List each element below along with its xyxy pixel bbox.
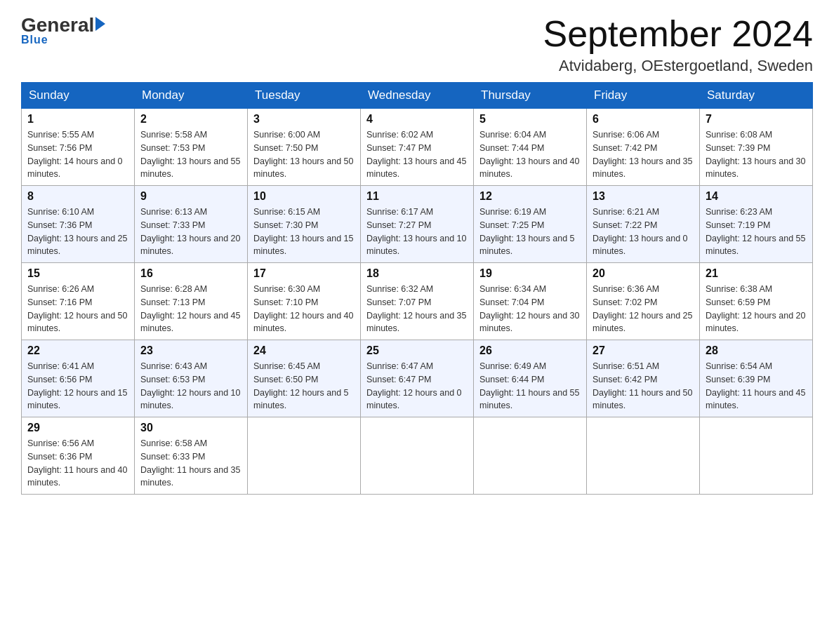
- calendar-cell: 24Sunrise: 6:45 AMSunset: 6:50 PMDayligh…: [248, 340, 361, 417]
- day-number: 10: [253, 190, 355, 203]
- day-info: Sunrise: 6:36 AMSunset: 7:02 PMDaylight:…: [593, 283, 694, 335]
- day-number: 21: [706, 267, 807, 280]
- calendar-cell: 9Sunrise: 6:13 AMSunset: 7:33 PMDaylight…: [135, 186, 248, 263]
- location-title: Atvidaberg, OEstergoetland, Sweden: [543, 57, 814, 75]
- col-friday: Friday: [587, 83, 700, 109]
- day-info: Sunrise: 6:02 AMSunset: 7:47 PMDaylight:…: [366, 128, 468, 181]
- day-number: 22: [27, 344, 128, 357]
- calendar-cell: 21Sunrise: 6:38 AMSunset: 6:59 PMDayligh…: [700, 263, 813, 340]
- day-info: Sunrise: 6:13 AMSunset: 7:33 PMDaylight:…: [140, 206, 241, 258]
- month-title: September 2024: [543, 14, 814, 54]
- day-number: 8: [27, 190, 128, 203]
- col-monday: Monday: [135, 83, 248, 109]
- day-info: Sunrise: 6:51 AMSunset: 6:42 PMDaylight:…: [593, 360, 694, 412]
- calendar-cell: 5Sunrise: 6:04 AMSunset: 7:44 PMDaylight…: [474, 109, 587, 186]
- week-row-3: 15Sunrise: 6:26 AMSunset: 7:16 PMDayligh…: [22, 263, 813, 340]
- calendar-cell: 20Sunrise: 6:36 AMSunset: 7:02 PMDayligh…: [587, 263, 700, 340]
- calendar-cell: 19Sunrise: 6:34 AMSunset: 7:04 PMDayligh…: [474, 263, 587, 340]
- day-info: Sunrise: 5:55 AMSunset: 7:56 PMDaylight:…: [27, 128, 128, 181]
- calendar-cell: 1Sunrise: 5:55 AMSunset: 7:56 PMDaylight…: [22, 109, 135, 186]
- day-info: Sunrise: 6:32 AMSunset: 7:07 PMDaylight:…: [366, 283, 468, 335]
- logo-blue-underline: Blue: [21, 34, 48, 46]
- calendar-cell: 25Sunrise: 6:47 AMSunset: 6:47 PMDayligh…: [361, 340, 474, 417]
- day-number: 4: [366, 113, 468, 126]
- day-number: 29: [27, 422, 128, 434]
- calendar-cell: 11Sunrise: 6:17 AMSunset: 7:27 PMDayligh…: [361, 186, 474, 263]
- day-number: 13: [593, 190, 694, 203]
- calendar-cell: 8Sunrise: 6:10 AMSunset: 7:36 PMDaylight…: [22, 186, 135, 263]
- day-info: Sunrise: 6:41 AMSunset: 6:56 PMDaylight:…: [27, 360, 128, 412]
- day-info: Sunrise: 6:38 AMSunset: 6:59 PMDaylight:…: [706, 283, 807, 335]
- calendar-cell: 2Sunrise: 5:58 AMSunset: 7:53 PMDaylight…: [135, 109, 248, 186]
- day-number: 17: [253, 267, 355, 280]
- calendar-cell: 17Sunrise: 6:30 AMSunset: 7:10 PMDayligh…: [248, 263, 361, 340]
- day-info: Sunrise: 6:54 AMSunset: 6:39 PMDaylight:…: [706, 360, 807, 412]
- calendar-cell: 3Sunrise: 6:00 AMSunset: 7:50 PMDaylight…: [248, 109, 361, 186]
- day-info: Sunrise: 6:30 AMSunset: 7:10 PMDaylight:…: [253, 283, 355, 335]
- col-wednesday: Wednesday: [361, 83, 474, 109]
- day-number: 12: [479, 190, 581, 203]
- calendar-cell: 23Sunrise: 6:43 AMSunset: 6:53 PMDayligh…: [135, 340, 248, 417]
- calendar-table: Sunday Monday Tuesday Wednesday Thursday…: [21, 82, 813, 495]
- calendar-cell: 6Sunrise: 6:06 AMSunset: 7:42 PMDaylight…: [587, 109, 700, 186]
- calendar-cell: 28Sunrise: 6:54 AMSunset: 6:39 PMDayligh…: [700, 340, 813, 417]
- calendar-cell: 29Sunrise: 6:56 AMSunset: 6:36 PMDayligh…: [22, 417, 135, 495]
- day-number: 28: [706, 344, 807, 357]
- logo-triangle-icon: [95, 17, 105, 31]
- calendar-cell: 10Sunrise: 6:15 AMSunset: 7:30 PMDayligh…: [248, 186, 361, 263]
- day-number: 25: [366, 344, 468, 357]
- day-number: 19: [479, 267, 581, 280]
- day-info: Sunrise: 5:58 AMSunset: 7:53 PMDaylight:…: [140, 128, 241, 181]
- day-number: 6: [593, 113, 694, 126]
- day-info: Sunrise: 6:23 AMSunset: 7:19 PMDaylight:…: [706, 206, 807, 258]
- day-number: 1: [27, 113, 128, 126]
- week-row-2: 8Sunrise: 6:10 AMSunset: 7:36 PMDaylight…: [22, 186, 813, 263]
- calendar-cell: 15Sunrise: 6:26 AMSunset: 7:16 PMDayligh…: [22, 263, 135, 340]
- calendar-cell: 12Sunrise: 6:19 AMSunset: 7:25 PMDayligh…: [474, 186, 587, 263]
- day-number: 2: [140, 113, 241, 126]
- day-number: 7: [706, 113, 807, 126]
- calendar-cell: 22Sunrise: 6:41 AMSunset: 6:56 PMDayligh…: [22, 340, 135, 417]
- calendar-cell: 7Sunrise: 6:08 AMSunset: 7:39 PMDaylight…: [700, 109, 813, 186]
- col-saturday: Saturday: [700, 83, 813, 109]
- page-header: General Blue September 2024 Atvidaberg, …: [21, 14, 813, 75]
- day-number: 20: [593, 267, 694, 280]
- col-tuesday: Tuesday: [248, 83, 361, 109]
- title-area: September 2024 Atvidaberg, OEstergoetlan…: [543, 14, 814, 75]
- day-info: Sunrise: 6:00 AMSunset: 7:50 PMDaylight:…: [253, 128, 355, 181]
- day-info: Sunrise: 6:17 AMSunset: 7:27 PMDaylight:…: [366, 206, 468, 258]
- day-info: Sunrise: 6:28 AMSunset: 7:13 PMDaylight:…: [140, 283, 241, 335]
- day-number: 11: [366, 190, 468, 203]
- day-info: Sunrise: 6:58 AMSunset: 6:33 PMDaylight:…: [140, 437, 241, 490]
- days-of-week-row: Sunday Monday Tuesday Wednesday Thursday…: [22, 83, 813, 109]
- calendar-cell: 16Sunrise: 6:28 AMSunset: 7:13 PMDayligh…: [135, 263, 248, 340]
- day-number: 14: [706, 190, 807, 203]
- day-info: Sunrise: 6:45 AMSunset: 6:50 PMDaylight:…: [253, 360, 355, 412]
- day-number: 30: [140, 422, 241, 434]
- logo-area: General Blue: [21, 14, 105, 46]
- day-info: Sunrise: 6:34 AMSunset: 7:04 PMDaylight:…: [479, 283, 581, 335]
- day-number: 24: [253, 344, 355, 357]
- calendar-cell: [474, 417, 587, 495]
- day-info: Sunrise: 6:21 AMSunset: 7:22 PMDaylight:…: [593, 206, 694, 258]
- day-number: 27: [593, 344, 694, 357]
- day-info: Sunrise: 6:47 AMSunset: 6:47 PMDaylight:…: [366, 360, 468, 412]
- calendar-cell: [700, 417, 813, 495]
- calendar-cell: 27Sunrise: 6:51 AMSunset: 6:42 PMDayligh…: [587, 340, 700, 417]
- week-row-4: 22Sunrise: 6:41 AMSunset: 6:56 PMDayligh…: [22, 340, 813, 417]
- day-info: Sunrise: 6:10 AMSunset: 7:36 PMDaylight:…: [27, 206, 128, 258]
- col-thursday: Thursday: [474, 83, 587, 109]
- day-number: 9: [140, 190, 241, 203]
- day-number: 18: [366, 267, 468, 280]
- day-info: Sunrise: 6:43 AMSunset: 6:53 PMDaylight:…: [140, 360, 241, 412]
- day-info: Sunrise: 6:19 AMSunset: 7:25 PMDaylight:…: [479, 206, 581, 258]
- day-number: 5: [479, 113, 581, 126]
- day-info: Sunrise: 6:26 AMSunset: 7:16 PMDaylight:…: [27, 283, 128, 335]
- day-number: 23: [140, 344, 241, 357]
- calendar-cell: 26Sunrise: 6:49 AMSunset: 6:44 PMDayligh…: [474, 340, 587, 417]
- calendar-cell: [248, 417, 361, 495]
- day-number: 16: [140, 267, 241, 280]
- day-info: Sunrise: 6:56 AMSunset: 6:36 PMDaylight:…: [27, 437, 128, 490]
- calendar-cell: 30Sunrise: 6:58 AMSunset: 6:33 PMDayligh…: [135, 417, 248, 495]
- week-row-5: 29Sunrise: 6:56 AMSunset: 6:36 PMDayligh…: [22, 417, 813, 495]
